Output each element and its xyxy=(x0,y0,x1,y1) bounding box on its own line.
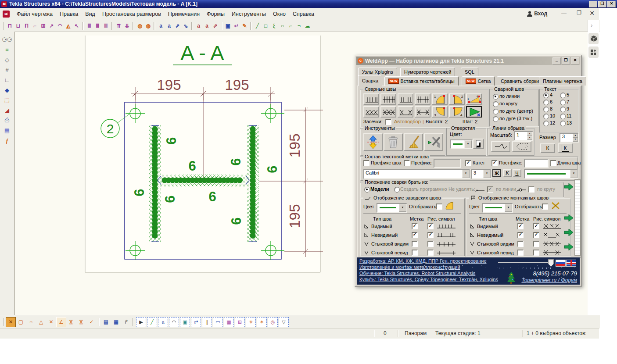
restore-button[interactable]: ❐ xyxy=(598,1,606,7)
note-red2-icon[interactable]: a xyxy=(203,22,211,30)
butt-hidden-mark-checkbox[interactable] xyxy=(517,250,524,256)
butt-visible-sym-checkbox[interactable] xyxy=(533,241,539,247)
delete-welds-button[interactable] xyxy=(384,133,403,151)
font-combo[interactable]: Calibri▼ xyxy=(363,169,470,179)
note-red1-icon[interactable]: a xyxy=(194,22,203,30)
filter-part-icon[interactable]: ▣ xyxy=(180,317,190,327)
size-label[interactable]: 6 xyxy=(550,99,552,104)
size-label[interactable]: 9 xyxy=(567,106,569,111)
view-circle-icon[interactable]: ◍ xyxy=(136,22,144,30)
size-label[interactable]: 4 xyxy=(550,92,552,97)
corner-tool-icon[interactable]: ⌐ xyxy=(287,22,295,30)
banner-slider-track[interactable] xyxy=(498,262,550,263)
filter-grid-icon[interactable]: ⊞ xyxy=(235,317,245,327)
banner-link-line[interactable]: Разработка: АР, КМ, КЖ, КМД, ППР Ген. пр… xyxy=(359,258,487,264)
apply-arrow-button[interactable] xyxy=(564,228,574,236)
clipboard-icon[interactable]: ⬚ xyxy=(3,96,11,104)
circle-tool-icon[interactable]: ○ xyxy=(278,22,287,30)
filter-line-icon[interactable]: ╱ xyxy=(147,317,157,327)
k-button-2[interactable]: К xyxy=(558,143,573,153)
weld-btn-comb-ends-bottom[interactable] xyxy=(398,93,413,105)
radio-size-7[interactable] xyxy=(560,100,566,105)
weld-prefix-checkbox[interactable] xyxy=(363,160,369,166)
tag-a-icon[interactable]: Ⅲ xyxy=(85,22,93,30)
filter-table-icon[interactable]: ▦ xyxy=(224,317,234,327)
site-link[interactable]: Topengineer.ru / Форум xyxy=(521,277,577,283)
weld-btn-x-ends-bottom[interactable] xyxy=(398,106,413,118)
dialog-close-button[interactable]: ✕ xyxy=(571,57,579,64)
filter-mark-off-icon[interactable]: ✶ xyxy=(257,317,267,327)
dim-angle-icon[interactable]: ⌐ xyxy=(31,22,39,30)
menu-tools[interactable]: Инструменты xyxy=(228,10,269,18)
diamond-select-icon[interactable]: ◇ xyxy=(3,55,11,64)
radio-by-circle[interactable] xyxy=(493,101,499,107)
height-value[interactable]: 2 xyxy=(445,119,448,124)
doc-grid-icon[interactable]: ▦ xyxy=(111,317,121,327)
radio-from-model[interactable] xyxy=(364,187,370,193)
weld-btn-x-ends-center[interactable] xyxy=(415,106,430,118)
size-label[interactable]: 7 xyxy=(567,99,569,104)
menu-file[interactable]: Файл чертежа xyxy=(13,10,56,18)
dim-free-icon[interactable]: ⊞ xyxy=(39,22,47,30)
select-x-icon[interactable]: ✕ xyxy=(46,317,56,327)
dim-pick-icon[interactable]: ↖ xyxy=(72,22,81,30)
weld-btn-arc-quarter-2[interactable]: 2 xyxy=(449,93,465,105)
hidden-sym-checkbox[interactable] xyxy=(533,232,539,238)
binoculars-icon[interactable]: ⚆⚆ xyxy=(3,35,11,44)
radio-size-6[interactable] xyxy=(543,100,549,105)
menu-edit[interactable]: Правка xyxy=(56,10,82,18)
weld-btn-arc-3pt[interactable]: 123 xyxy=(466,93,482,105)
weld-btn-arc-quarter-4[interactable]: 4 xyxy=(449,106,465,118)
radio-size-13[interactable] xyxy=(560,121,566,126)
visible-sym-checkbox[interactable] xyxy=(427,223,434,229)
add-components-button[interactable] xyxy=(588,46,599,58)
postfix-field[interactable] xyxy=(524,159,549,168)
function-f-icon[interactable]: ƒ xyxy=(3,136,11,145)
printer-icon[interactable]: ⎙ xyxy=(3,116,11,125)
zasechki-checkbox[interactable] xyxy=(385,119,391,125)
zigzag-break-button[interactable] xyxy=(491,141,510,152)
chevron-right-icon[interactable]: › xyxy=(591,22,592,29)
holes-color-combo[interactable]: ▼ xyxy=(450,139,473,149)
weld-btn-comb-ends-center[interactable] xyxy=(415,93,430,105)
menu-help[interactable]: Справка xyxy=(289,10,318,18)
site-show-checkbox[interactable] xyxy=(542,203,548,210)
settings-button[interactable] xyxy=(424,133,443,151)
dim-ortho-icon[interactable]: ⊓ xyxy=(6,22,14,30)
shop-color-combo[interactable]: ▼ xyxy=(377,203,407,213)
close-button[interactable]: ✕ xyxy=(607,1,616,7)
radio-size-4[interactable] xyxy=(543,93,549,98)
radio-size-10[interactable] xyxy=(543,114,549,119)
butt-hidden-mark-checkbox[interactable] xyxy=(412,250,418,256)
apply-arrow-button[interactable] xyxy=(564,183,574,191)
symbol-box-icon[interactable]: ▣ xyxy=(224,22,232,30)
dim-leader-icon[interactable]: ↗ xyxy=(47,22,56,30)
toolbar-handle[interactable] xyxy=(2,22,4,30)
underline-button[interactable]: Ч xyxy=(513,169,521,177)
from-model-label[interactable]: Модели xyxy=(370,186,389,192)
select-hourglass-icon[interactable]: ⋈ xyxy=(66,317,76,327)
tab-sql[interactable]: SQL xyxy=(461,68,478,76)
filter-move-icon[interactable]: ⇄ xyxy=(191,317,201,327)
tab-svarka[interactable]: Сварка xyxy=(358,75,382,86)
radio-by-circle-label[interactable]: по кругу xyxy=(499,101,517,106)
size-label[interactable]: 10 xyxy=(550,113,555,118)
weld-btn-xxx-bottom[interactable] xyxy=(363,106,379,118)
radio-by-arc-3pt-label[interactable]: по дуге (3 тчк.) xyxy=(499,116,532,121)
prefix-field[interactable] xyxy=(434,159,461,168)
tab-setka[interactable]: NEWСетка xyxy=(462,76,495,86)
dim-perp-icon[interactable]: ⊔ xyxy=(14,22,22,30)
weld-btn-comb-center[interactable] xyxy=(380,93,396,105)
font-size-combo[interactable]: 3▼ xyxy=(471,169,491,179)
symbol-pen-icon[interactable]: ✎ xyxy=(240,22,249,30)
tab-compare[interactable]: Сравнить сборки xyxy=(497,76,543,86)
holes-style-button[interactable] xyxy=(473,139,484,149)
select-circle-icon[interactable]: ○ xyxy=(26,317,36,327)
select-check-icon[interactable]: ✓ xyxy=(86,317,97,327)
dialog-minimize-button[interactable]: _ xyxy=(552,57,561,64)
radio-size-8[interactable] xyxy=(543,107,549,112)
step-value[interactable]: 2 xyxy=(475,119,477,124)
select-weld-icon[interactable]: ✕ xyxy=(6,317,16,327)
bold-button[interactable]: Ж xyxy=(492,169,501,177)
solid-view-icon[interactable]: ◆ xyxy=(3,86,11,94)
